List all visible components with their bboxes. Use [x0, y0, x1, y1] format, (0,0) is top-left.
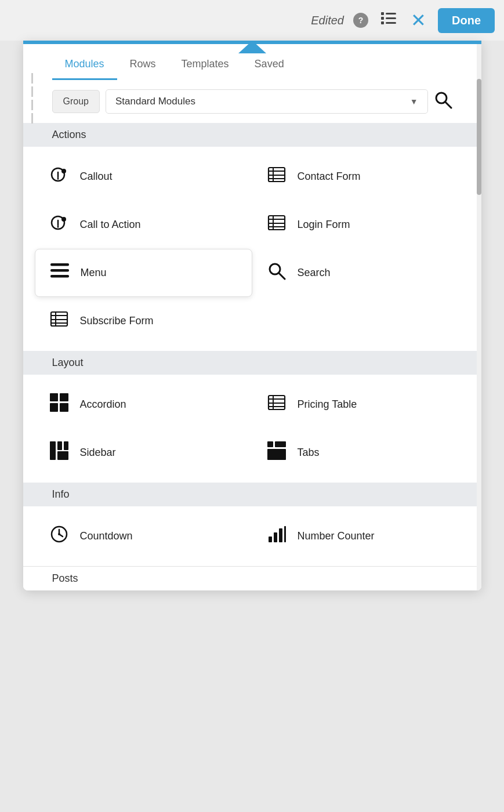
svg-rect-36 [50, 393, 58, 401]
search-label: Search [298, 267, 331, 279]
sidebar-icon [49, 441, 70, 464]
pricing-table-label: Pricing Table [298, 398, 357, 411]
tabs-label: Tabs [298, 447, 320, 459]
menu-icon [49, 263, 70, 282]
section-header-actions: Actions [23, 123, 481, 147]
accordion-icon [49, 393, 70, 416]
svg-rect-3 [386, 13, 396, 14]
svg-rect-28 [50, 275, 69, 278]
svg-rect-39 [60, 403, 68, 412]
module-item-call-to-action[interactable]: Call to Action [35, 201, 252, 249]
svg-rect-47 [64, 441, 68, 450]
number-counter-label: Number Counter [298, 530, 375, 542]
module-item-login-form[interactable]: Login Form [252, 201, 470, 249]
layout-grid: Accordion Pricing Table [23, 375, 481, 483]
svg-line-7 [445, 102, 451, 108]
call-to-action-label: Call to Action [80, 219, 141, 231]
module-item-tabs[interactable]: Tabs [252, 429, 470, 477]
module-item-contact-form[interactable]: Contact Form [252, 153, 470, 201]
module-select[interactable]: Standard Modules ▼ [106, 89, 428, 114]
contact-form-label: Contact Form [298, 171, 361, 183]
edited-label: Edited [311, 14, 344, 27]
section-header-info: Info [23, 483, 481, 506]
search-button[interactable] [434, 90, 452, 113]
scrollbar-track[interactable] [477, 44, 481, 590]
menu-label: Menu [81, 267, 107, 279]
countdown-icon [49, 525, 70, 548]
svg-rect-5 [386, 22, 396, 24]
svg-rect-46 [57, 441, 62, 450]
call-to-action-icon [49, 213, 70, 236]
svg-rect-57 [274, 532, 277, 542]
svg-rect-56 [269, 536, 272, 542]
accordion-label: Accordion [80, 398, 126, 411]
module-item-menu[interactable]: Menu [35, 249, 252, 297]
login-form-label: Login Form [298, 219, 350, 231]
login-form-icon [266, 213, 287, 236]
tabs-icon [266, 441, 287, 464]
svg-rect-58 [279, 528, 282, 542]
filter-bar: Group Standard Modules ▼ [23, 80, 481, 123]
svg-line-30 [279, 273, 285, 279]
svg-point-55 [58, 533, 60, 535]
module-item-accordion[interactable]: Accordion [35, 380, 252, 429]
pricing-table-icon [266, 393, 287, 416]
svg-rect-51 [267, 449, 286, 460]
svg-rect-1 [381, 17, 384, 20]
panel-wrapper: Modules Rows Templates Saved Group Stand… [0, 41, 504, 590]
svg-rect-27 [50, 269, 69, 272]
main-panel: Modules Rows Templates Saved Group Stand… [23, 41, 481, 590]
close-button[interactable]: ✕ [405, 8, 431, 33]
svg-rect-37 [60, 393, 68, 401]
info-grid: Countdown Number Counter [23, 506, 481, 566]
module-item-search[interactable]: Search [252, 249, 470, 297]
contact-form-icon [266, 165, 287, 188]
svg-rect-48 [57, 451, 68, 460]
module-item-sidebar[interactable]: Sidebar [35, 429, 252, 477]
panel-inner: Modules Rows Templates Saved Group Stand… [23, 44, 481, 590]
callout-icon [49, 165, 70, 188]
svg-rect-26 [50, 263, 69, 266]
svg-rect-38 [50, 403, 58, 412]
done-button[interactable]: Done [438, 8, 495, 33]
countdown-label: Countdown [80, 530, 133, 542]
sidebar-label: Sidebar [80, 447, 116, 459]
actions-grid: Callout Contact Form [23, 147, 481, 351]
group-button[interactable]: Group [52, 90, 100, 113]
module-item-countdown[interactable]: Countdown [35, 512, 252, 560]
svg-point-9 [61, 169, 66, 173]
module-select-value: Standard Modules [115, 96, 195, 107]
svg-rect-4 [386, 17, 396, 19]
svg-rect-2 [381, 21, 384, 24]
svg-rect-45 [50, 441, 56, 460]
callout-label: Callout [80, 171, 113, 183]
module-item-subscribe-form[interactable]: Subscribe Form [35, 297, 252, 345]
svg-rect-49 [267, 441, 273, 447]
section-header-posts: Posts [23, 566, 481, 590]
list-icon[interactable] [380, 12, 396, 28]
subscribe-form-label: Subscribe Form [80, 315, 154, 327]
scrollbar-thumb[interactable] [477, 79, 481, 195]
svg-point-18 [61, 217, 66, 222]
svg-rect-59 [284, 526, 286, 542]
help-icon[interactable]: ? [353, 13, 368, 28]
subscribe-form-icon [49, 310, 70, 332]
tab-templates[interactable]: Templates [169, 50, 242, 80]
search-icon [266, 262, 287, 284]
svg-rect-50 [275, 441, 286, 447]
tab-rows[interactable]: Rows [117, 50, 169, 80]
chevron-down-icon: ▼ [410, 97, 418, 106]
drag-handle[interactable] [31, 73, 33, 124]
tab-modules[interactable]: Modules [52, 50, 117, 80]
tab-saved[interactable]: Saved [242, 50, 297, 80]
svg-rect-0 [381, 12, 384, 15]
module-item-callout[interactable]: Callout [35, 153, 252, 201]
top-bar: Edited ? ✕ Done [0, 0, 504, 41]
tab-navigation: Modules Rows Templates Saved [23, 44, 481, 80]
module-item-pricing-table[interactable]: Pricing Table [252, 380, 470, 429]
module-item-number-counter[interactable]: Number Counter [252, 512, 470, 560]
number-counter-icon [266, 525, 287, 548]
section-header-layout: Layout [23, 351, 481, 375]
